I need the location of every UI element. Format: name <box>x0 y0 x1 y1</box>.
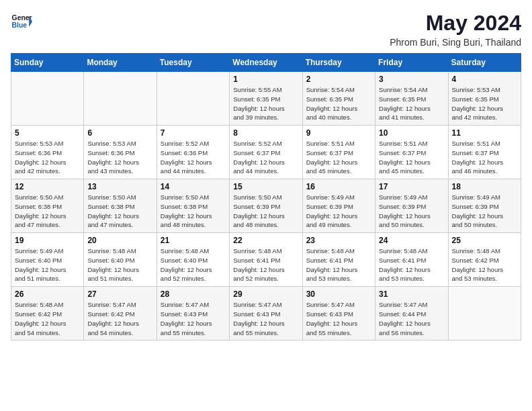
week-row-2: 5Sunrise: 5:53 AM Sunset: 6:36 PM Daylig… <box>11 126 521 179</box>
weekday-saturday: Saturday <box>448 54 521 72</box>
week-row-5: 26Sunrise: 5:48 AM Sunset: 6:42 PM Dayli… <box>11 287 521 340</box>
calendar-table: SundayMondayTuesdayWednesdayThursdayFrid… <box>11 53 521 340</box>
calendar-cell: 6Sunrise: 5:53 AM Sunset: 6:36 PM Daylig… <box>84 126 157 179</box>
day-info: Sunrise: 5:48 AM Sunset: 6:41 PM Dayligh… <box>233 246 298 283</box>
day-info: Sunrise: 5:48 AM Sunset: 6:42 PM Dayligh… <box>15 300 80 337</box>
day-number: 20 <box>87 236 152 245</box>
day-number: 13 <box>87 182 152 191</box>
day-number: 28 <box>161 289 226 299</box>
weekday-sunday: Sunday <box>11 54 84 72</box>
calendar-cell: 10Sunrise: 5:51 AM Sunset: 6:37 PM Dayli… <box>375 126 448 179</box>
day-number: 2 <box>306 75 371 84</box>
day-number: 1 <box>233 75 298 84</box>
day-number: 25 <box>452 236 517 245</box>
day-number: 4 <box>452 75 517 84</box>
calendar-cell: 8Sunrise: 5:52 AM Sunset: 6:37 PM Daylig… <box>230 126 302 179</box>
day-number: 10 <box>379 128 444 138</box>
day-info: Sunrise: 5:50 AM Sunset: 6:38 PM Dayligh… <box>161 193 226 230</box>
calendar-header: SundayMondayTuesdayWednesdayThursdayFrid… <box>11 54 521 72</box>
day-number: 14 <box>161 182 226 191</box>
calendar-cell: 9Sunrise: 5:51 AM Sunset: 6:37 PM Daylig… <box>302 126 375 179</box>
logo-icon: General Blue <box>11 11 32 32</box>
calendar-cell: 26Sunrise: 5:48 AM Sunset: 6:42 PM Dayli… <box>11 287 84 340</box>
calendar-cell: 14Sunrise: 5:50 AM Sunset: 6:38 PM Dayli… <box>157 179 229 233</box>
day-number: 11 <box>452 128 517 138</box>
calendar-cell: 31Sunrise: 5:47 AM Sunset: 6:44 PM Dayli… <box>375 287 448 340</box>
calendar-cell: 30Sunrise: 5:47 AM Sunset: 6:43 PM Dayli… <box>302 287 375 340</box>
calendar-cell: 24Sunrise: 5:48 AM Sunset: 6:41 PM Dayli… <box>375 233 448 287</box>
calendar-cell: 21Sunrise: 5:48 AM Sunset: 6:40 PM Dayli… <box>157 233 229 287</box>
day-info: Sunrise: 5:53 AM Sunset: 6:35 PM Dayligh… <box>452 85 517 122</box>
svg-text:Blue: Blue <box>12 21 28 29</box>
day-number: 31 <box>379 289 444 299</box>
calendar-cell: 1Sunrise: 5:55 AM Sunset: 6:35 PM Daylig… <box>230 72 302 126</box>
day-number: 22 <box>233 236 298 245</box>
title-block: May 2024 Phrom Buri, Sing Buri, Thailand <box>390 11 521 48</box>
day-info: Sunrise: 5:51 AM Sunset: 6:37 PM Dayligh… <box>379 139 444 176</box>
day-number: 29 <box>233 289 298 299</box>
day-info: Sunrise: 5:50 AM Sunset: 6:38 PM Dayligh… <box>87 193 152 230</box>
calendar-cell: 19Sunrise: 5:49 AM Sunset: 6:40 PM Dayli… <box>11 233 84 287</box>
calendar-cell: 5Sunrise: 5:53 AM Sunset: 6:36 PM Daylig… <box>11 126 84 179</box>
calendar-cell <box>11 72 84 126</box>
week-row-4: 19Sunrise: 5:49 AM Sunset: 6:40 PM Dayli… <box>11 233 521 287</box>
weekday-tuesday: Tuesday <box>157 54 229 72</box>
day-info: Sunrise: 5:48 AM Sunset: 6:41 PM Dayligh… <box>306 246 371 283</box>
calendar-cell: 3Sunrise: 5:54 AM Sunset: 6:35 PM Daylig… <box>375 72 448 126</box>
calendar-cell: 15Sunrise: 5:50 AM Sunset: 6:39 PM Dayli… <box>230 179 302 233</box>
day-info: Sunrise: 5:52 AM Sunset: 6:36 PM Dayligh… <box>161 139 226 176</box>
day-number: 21 <box>161 236 226 245</box>
day-info: Sunrise: 5:50 AM Sunset: 6:39 PM Dayligh… <box>233 193 298 230</box>
weekday-thursday: Thursday <box>302 54 375 72</box>
calendar-cell: 12Sunrise: 5:50 AM Sunset: 6:38 PM Dayli… <box>11 179 84 233</box>
day-info: Sunrise: 5:49 AM Sunset: 6:39 PM Dayligh… <box>306 193 371 230</box>
day-number: 6 <box>87 128 152 138</box>
day-number: 18 <box>452 182 517 191</box>
day-number: 5 <box>15 128 80 138</box>
weekday-monday: Monday <box>84 54 157 72</box>
day-info: Sunrise: 5:47 AM Sunset: 6:43 PM Dayligh… <box>161 300 226 337</box>
day-number: 27 <box>87 289 152 299</box>
day-info: Sunrise: 5:54 AM Sunset: 6:35 PM Dayligh… <box>379 85 444 122</box>
day-number: 30 <box>306 289 371 299</box>
day-info: Sunrise: 5:51 AM Sunset: 6:37 PM Dayligh… <box>452 139 517 176</box>
calendar-cell: 11Sunrise: 5:51 AM Sunset: 6:37 PM Dayli… <box>448 126 521 179</box>
day-info: Sunrise: 5:53 AM Sunset: 6:36 PM Dayligh… <box>87 139 152 176</box>
day-number: 3 <box>379 75 444 84</box>
calendar-cell: 13Sunrise: 5:50 AM Sunset: 6:38 PM Dayli… <box>84 179 157 233</box>
day-info: Sunrise: 5:49 AM Sunset: 6:40 PM Dayligh… <box>15 246 80 283</box>
calendar-cell: 18Sunrise: 5:49 AM Sunset: 6:39 PM Dayli… <box>448 179 521 233</box>
calendar-cell: 22Sunrise: 5:48 AM Sunset: 6:41 PM Dayli… <box>230 233 302 287</box>
day-number: 8 <box>233 128 298 138</box>
logo: General Blue <box>11 11 32 32</box>
subtitle: Phrom Buri, Sing Buri, Thailand <box>390 37 521 48</box>
day-info: Sunrise: 5:50 AM Sunset: 6:38 PM Dayligh… <box>15 193 80 230</box>
day-info: Sunrise: 5:53 AM Sunset: 6:36 PM Dayligh… <box>15 139 80 176</box>
weekday-header-row: SundayMondayTuesdayWednesdayThursdayFrid… <box>11 54 521 72</box>
calendar-body: 1Sunrise: 5:55 AM Sunset: 6:35 PM Daylig… <box>11 72 521 340</box>
calendar-cell: 4Sunrise: 5:53 AM Sunset: 6:35 PM Daylig… <box>448 72 521 126</box>
page-header: General Blue May 2024 Phrom Buri, Sing B… <box>11 11 521 48</box>
day-number: 16 <box>306 182 371 191</box>
day-number: 24 <box>379 236 444 245</box>
day-info: Sunrise: 5:52 AM Sunset: 6:37 PM Dayligh… <box>233 139 298 176</box>
calendar-cell <box>157 72 229 126</box>
calendar-cell: 7Sunrise: 5:52 AM Sunset: 6:36 PM Daylig… <box>157 126 229 179</box>
week-row-3: 12Sunrise: 5:50 AM Sunset: 6:38 PM Dayli… <box>11 179 521 233</box>
calendar-cell: 16Sunrise: 5:49 AM Sunset: 6:39 PM Dayli… <box>302 179 375 233</box>
day-number: 19 <box>15 236 80 245</box>
day-info: Sunrise: 5:47 AM Sunset: 6:44 PM Dayligh… <box>379 300 444 337</box>
day-number: 9 <box>306 128 371 138</box>
day-info: Sunrise: 5:55 AM Sunset: 6:35 PM Dayligh… <box>233 85 298 122</box>
day-number: 12 <box>15 182 80 191</box>
calendar-cell <box>84 72 157 126</box>
calendar-cell: 25Sunrise: 5:48 AM Sunset: 6:42 PM Dayli… <box>448 233 521 287</box>
day-number: 26 <box>15 289 80 299</box>
week-row-1: 1Sunrise: 5:55 AM Sunset: 6:35 PM Daylig… <box>11 72 521 126</box>
calendar-cell <box>448 287 521 340</box>
day-info: Sunrise: 5:49 AM Sunset: 6:39 PM Dayligh… <box>452 193 517 230</box>
calendar-cell: 28Sunrise: 5:47 AM Sunset: 6:43 PM Dayli… <box>157 287 229 340</box>
day-info: Sunrise: 5:48 AM Sunset: 6:40 PM Dayligh… <box>161 246 226 283</box>
day-info: Sunrise: 5:48 AM Sunset: 6:40 PM Dayligh… <box>87 246 152 283</box>
calendar-cell: 17Sunrise: 5:49 AM Sunset: 6:39 PM Dayli… <box>375 179 448 233</box>
